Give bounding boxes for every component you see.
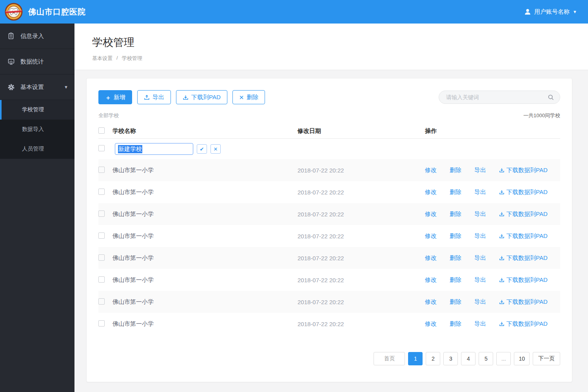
cancel-button[interactable]: ✕ <box>211 144 221 154</box>
export-link[interactable]: 导出 <box>474 189 486 196</box>
row-actions: 修改 删除 导出 下载数据到PAD <box>425 276 560 284</box>
download-to-pad-link[interactable]: 下载数据到PAD <box>499 189 548 196</box>
pagination-page-3[interactable]: 3 <box>443 352 458 365</box>
add-button[interactable]: ＋ 新增 <box>98 90 132 104</box>
export-link[interactable]: 导出 <box>474 254 486 262</box>
export-link[interactable]: 导出 <box>474 298 486 306</box>
edit-link[interactable]: 修改 <box>425 189 437 196</box>
row-checkbox[interactable] <box>98 298 105 305</box>
row-checkbox[interactable] <box>98 211 105 217</box>
delete-link[interactable]: 删除 <box>450 211 461 218</box>
table-row: 佛山市第一小学 2018-07-22 20:22 修改 删除 导出 下载数据到P… <box>98 247 560 269</box>
chart-icon <box>7 58 15 65</box>
download-link-label: 下载数据到PAD <box>506 320 548 328</box>
table-row: 佛山市第一小学 2018-07-22 20:22 修改 删除 导出 下载数据到P… <box>98 203 560 225</box>
download-to-pad-label: 下载到PAD <box>191 94 221 101</box>
subitem-label: 数据导入 <box>22 126 44 133</box>
delete-link[interactable]: 删除 <box>450 189 461 196</box>
delete-button[interactable]: ✕ 删除 <box>232 90 265 104</box>
edit-link[interactable]: 修改 <box>425 254 437 262</box>
modified-date-cell: 2018-07-22 20:22 <box>298 299 425 305</box>
export-link[interactable]: 导出 <box>474 167 486 174</box>
pagination-ellipsis[interactable]: ... <box>496 352 511 365</box>
pagination-next[interactable]: 下一页 <box>533 352 560 365</box>
download-icon <box>499 233 505 239</box>
modified-date-cell: 2018-07-22 20:22 <box>298 255 425 261</box>
edit-link[interactable]: 修改 <box>425 320 437 328</box>
clipboard-icon <box>7 32 15 40</box>
pagination-page-4[interactable]: 4 <box>461 352 475 365</box>
sidebar-subitem-school-management[interactable]: 学校管理 <box>0 100 74 120</box>
pagination-page-10[interactable]: 10 <box>514 352 530 365</box>
sidebar-item-basic-settings[interactable]: 基本设置 ▼ <box>0 74 74 100</box>
user-account-label: 用户账号名称 <box>534 8 570 16</box>
chevron-down-icon: ▼ <box>573 9 577 14</box>
delete-link[interactable]: 删除 <box>450 167 461 174</box>
download-to-pad-button[interactable]: 下载到PAD <box>176 90 227 104</box>
download-to-pad-link[interactable]: 下载数据到PAD <box>499 167 548 174</box>
modified-date-cell: 2018-07-22 20:22 <box>298 167 425 174</box>
pagination-page-1[interactable]: 1 <box>408 352 423 365</box>
column-header-ops: 操作 <box>425 127 560 135</box>
row-checkbox[interactable] <box>98 189 105 195</box>
edit-link[interactable]: 修改 <box>425 167 437 174</box>
search-input[interactable] <box>446 94 548 100</box>
summary-bar: 全部学校 一共1000间学校 <box>98 112 560 119</box>
edit-link[interactable]: 修改 <box>425 232 437 240</box>
school-name-cell: 佛山市第一小学 <box>113 276 298 284</box>
row-checkbox[interactable] <box>98 167 105 173</box>
row-checkbox[interactable] <box>98 145 105 151</box>
edit-link[interactable]: 修改 <box>425 298 437 306</box>
edit-link[interactable]: 修改 <box>425 276 437 284</box>
confirm-button[interactable]: ✔ <box>197 144 207 154</box>
delete-link[interactable]: 删除 <box>450 276 461 284</box>
row-checkbox[interactable] <box>98 320 105 327</box>
row-checkbox[interactable] <box>98 254 105 261</box>
school-name-cell: 佛山市第一小学 <box>113 167 298 174</box>
export-button[interactable]: 导出 <box>137 90 171 104</box>
download-to-pad-link[interactable]: 下载数据到PAD <box>499 232 548 240</box>
x-icon: ✕ <box>239 94 244 100</box>
pagination-first[interactable]: 首页 <box>374 352 405 365</box>
total-count-label: 一共1000间学校 <box>523 112 560 119</box>
search-box <box>439 91 560 104</box>
delete-link[interactable]: 删除 <box>450 298 461 306</box>
download-to-pad-link[interactable]: 下载数据到PAD <box>499 211 548 218</box>
row-checkbox[interactable] <box>98 276 105 283</box>
breadcrumb-basic-settings[interactable]: 基本设置 <box>92 55 113 62</box>
table-row: 佛山市第一小学 2018-07-22 20:22 修改 删除 导出 下载数据到P… <box>98 159 560 181</box>
modified-date-cell: 2018-07-22 20:22 <box>298 233 425 240</box>
sidebar-subitem-data-import[interactable]: 数据导入 <box>0 120 74 139</box>
download-link-label: 下载数据到PAD <box>506 254 548 262</box>
sidebar-subitem-personnel-management[interactable]: 人员管理 <box>0 139 74 159</box>
export-link[interactable]: 导出 <box>474 320 486 328</box>
edit-link[interactable]: 修改 <box>425 211 437 218</box>
table-row: 佛山市第一小学 2018-07-22 20:22 修改 删除 导出 下载数据到P… <box>98 269 560 291</box>
delete-link[interactable]: 删除 <box>450 320 461 328</box>
school-name-cell: 佛山市第一小学 <box>113 320 298 328</box>
download-icon <box>183 94 189 100</box>
breadcrumb-school-management: 学校管理 <box>122 55 142 62</box>
pagination-page-2[interactable]: 2 <box>426 352 440 365</box>
user-account-menu[interactable]: 用户账号名称 ▼ <box>524 8 577 16</box>
delete-link[interactable]: 删除 <box>450 232 461 240</box>
sidebar-item-label: 数据统计 <box>20 58 44 65</box>
sidebar-item-data-statistics[interactable]: 数据统计 <box>0 49 74 74</box>
search-icon[interactable] <box>548 94 554 101</box>
export-link[interactable]: 导出 <box>474 211 486 218</box>
download-to-pad-link[interactable]: 下载数据到PAD <box>499 254 548 262</box>
download-link-label: 下载数据到PAD <box>506 167 548 174</box>
export-link[interactable]: 导出 <box>474 276 486 284</box>
export-link[interactable]: 导出 <box>474 232 486 240</box>
table-row: 佛山市第一小学 2018-07-22 20:22 修改 删除 导出 下载数据到P… <box>98 291 560 313</box>
table-body: 佛山市第一小学 2018-07-22 20:22 修改 删除 导出 下载数据到P… <box>98 159 560 335</box>
delete-link[interactable]: 删除 <box>450 254 461 262</box>
download-to-pad-link[interactable]: 下载数据到PAD <box>499 298 548 306</box>
new-school-input[interactable]: 新建学校 <box>115 143 193 155</box>
select-all-checkbox[interactable] <box>98 127 105 134</box>
pagination-page-5[interactable]: 5 <box>479 352 493 365</box>
download-to-pad-link[interactable]: 下载数据到PAD <box>499 320 548 328</box>
sidebar-item-info-entry[interactable]: 信息录入 <box>0 24 74 49</box>
row-checkbox[interactable] <box>98 232 105 239</box>
download-to-pad-link[interactable]: 下载数据到PAD <box>499 276 548 284</box>
